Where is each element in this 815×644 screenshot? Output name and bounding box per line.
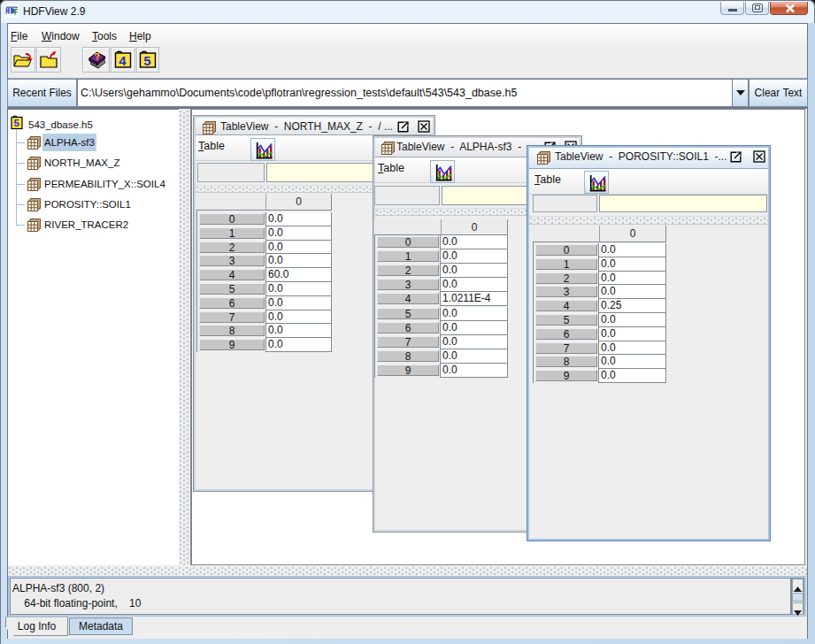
svg-text:?: ?: [94, 50, 102, 62]
svg-text:4: 4: [119, 53, 127, 68]
svg-text:5: 5: [14, 118, 20, 128]
svg-text:5: 5: [143, 53, 150, 68]
